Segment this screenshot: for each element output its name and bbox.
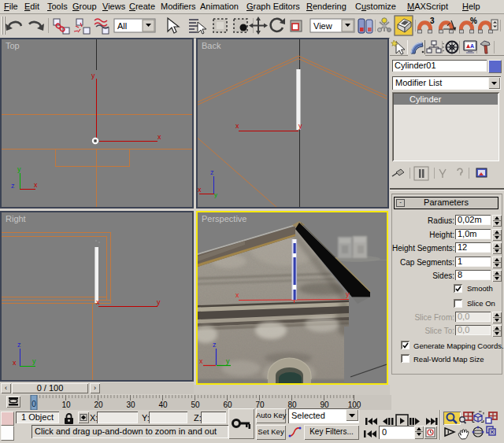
svg-text:3: 3 [430,17,435,25]
svg-text:0: 0 [32,400,36,408]
svg-text:All: All [117,21,127,31]
svg-text:y: y [32,357,36,365]
svg-text:x: x [34,181,38,189]
svg-text:10: 10 [61,401,71,409]
svg-text:x: x [158,133,161,141]
svg-text:x: x [198,186,202,194]
svg-text:x: x [96,298,100,306]
svg-text:y: y [214,191,217,198]
svg-text:x: x [199,357,203,365]
svg-text:y: y [17,165,21,173]
svg-text:y: y [298,122,302,130]
svg-text:y: y [226,357,230,365]
svg-text:x: x [13,359,17,367]
svg-text:z: z [17,341,21,349]
svg-text:z: z [213,341,217,349]
svg-text:z: z [11,182,15,190]
svg-text:20: 20 [94,401,103,409]
svg-text:A: A [470,43,474,49]
svg-text:y: y [346,290,350,298]
svg-text:x: x [235,122,239,130]
svg-text:%: % [470,17,477,25]
svg-text:x: x [235,291,239,299]
svg-text:30: 30 [126,401,135,409]
svg-text:z: z [210,168,214,176]
svg-text:50: 50 [191,401,200,409]
svg-text:y: y [91,72,95,79]
svg-text:View: View [313,21,332,31]
svg-text:40: 40 [158,401,168,409]
svg-text:y: y [157,298,161,306]
